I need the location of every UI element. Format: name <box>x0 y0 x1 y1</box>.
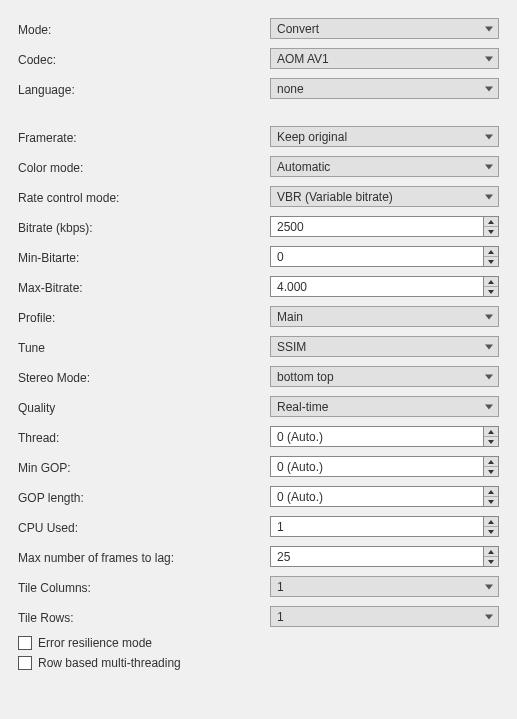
spinner-up-button[interactable] <box>484 517 498 527</box>
stereo-select[interactable]: bottom top <box>270 366 499 387</box>
quality-label: Quality <box>18 399 270 415</box>
caret-up-icon <box>488 250 494 254</box>
thread-value[interactable]: 0 (Auto.) <box>270 426 483 447</box>
spinner-down-button[interactable] <box>484 287 498 296</box>
caret-up-icon <box>488 550 494 554</box>
tune-select[interactable]: SSIM <box>270 336 499 357</box>
chevron-down-icon <box>485 56 493 61</box>
caret-down-icon <box>488 470 494 474</box>
goplen-label: GOP length: <box>18 489 270 505</box>
language-select[interactable]: none <box>270 78 499 99</box>
colormode-select[interactable]: Automatic <box>270 156 499 177</box>
goplen-value[interactable]: 0 (Auto.) <box>270 486 483 507</box>
tune-select-value: SSIM <box>277 340 306 354</box>
caret-up-icon <box>488 430 494 434</box>
maxbr-spinner[interactable]: 4.000 <box>270 276 499 297</box>
chevron-down-icon <box>485 584 493 589</box>
ratectrl-label: Rate control mode: <box>18 189 270 205</box>
mode-select-value: Convert <box>277 22 319 36</box>
colormode-label: Color mode: <box>18 159 270 175</box>
mode-label: Mode: <box>18 21 270 37</box>
profile-label: Profile: <box>18 309 270 325</box>
spinner-down-button[interactable] <box>484 527 498 536</box>
chevron-down-icon <box>485 26 493 31</box>
spinner-down-button[interactable] <box>484 227 498 236</box>
profile-select-value: Main <box>277 310 303 324</box>
chevron-down-icon <box>485 134 493 139</box>
language-select-value: none <box>277 82 304 96</box>
caret-up-icon <box>488 520 494 524</box>
spinner-down-button[interactable] <box>484 437 498 446</box>
caret-down-icon <box>488 500 494 504</box>
spinner-up-button[interactable] <box>484 457 498 467</box>
caret-up-icon <box>488 460 494 464</box>
bitrate-value[interactable]: 2500 <box>270 216 483 237</box>
caret-down-icon <box>488 560 494 564</box>
caret-up-icon <box>488 280 494 284</box>
language-label: Language: <box>18 81 270 97</box>
row-multithreading-checkbox[interactable] <box>18 656 32 670</box>
mingop-spinner[interactable]: 0 (Auto.) <box>270 456 499 477</box>
spinner-up-button[interactable] <box>484 277 498 287</box>
maxbr-value[interactable]: 4.000 <box>270 276 483 297</box>
stereo-select-value: bottom top <box>277 370 334 384</box>
tune-label: Tune <box>18 339 270 355</box>
spinner-down-button[interactable] <box>484 557 498 566</box>
tilerows-select[interactable]: 1 <box>270 606 499 627</box>
caret-down-icon <box>488 230 494 234</box>
chevron-down-icon <box>485 164 493 169</box>
spinner-up-button[interactable] <box>484 247 498 257</box>
quality-select[interactable]: Real-time <box>270 396 499 417</box>
thread-spinner[interactable]: 0 (Auto.) <box>270 426 499 447</box>
caret-down-icon <box>488 260 494 264</box>
minbr-label: Min-Bitarte: <box>18 249 270 265</box>
caret-down-icon <box>488 290 494 294</box>
minbr-spinner[interactable]: 0 <box>270 246 499 267</box>
minbr-value[interactable]: 0 <box>270 246 483 267</box>
bitrate-spinner[interactable]: 2500 <box>270 216 499 237</box>
quality-select-value: Real-time <box>277 400 328 414</box>
spinner-down-button[interactable] <box>484 257 498 266</box>
error-resilience-checkbox[interactable] <box>18 636 32 650</box>
chevron-down-icon <box>485 404 493 409</box>
lagframes-spinner[interactable]: 25 <box>270 546 499 567</box>
framerate-select[interactable]: Keep original <box>270 126 499 147</box>
mode-select[interactable]: Convert <box>270 18 499 39</box>
cpuused-value[interactable]: 1 <box>270 516 483 537</box>
error-resilience-label: Error resilience mode <box>38 636 152 650</box>
spinner-down-button[interactable] <box>484 497 498 506</box>
lagframes-label: Max number of frames to lag: <box>18 549 270 565</box>
caret-down-icon <box>488 440 494 444</box>
spinner-up-button[interactable] <box>484 487 498 497</box>
codec-select-value: AOM AV1 <box>277 52 329 66</box>
framerate-select-value: Keep original <box>277 130 347 144</box>
chevron-down-icon <box>485 374 493 379</box>
profile-select[interactable]: Main <box>270 306 499 327</box>
spinner-down-button[interactable] <box>484 467 498 476</box>
spinner-up-button[interactable] <box>484 427 498 437</box>
spinner-up-button[interactable] <box>484 547 498 557</box>
chevron-down-icon <box>485 614 493 619</box>
goplen-spinner[interactable]: 0 (Auto.) <box>270 486 499 507</box>
chevron-down-icon <box>485 314 493 319</box>
chevron-down-icon <box>485 86 493 91</box>
spinner-up-button[interactable] <box>484 217 498 227</box>
chevron-down-icon <box>485 344 493 349</box>
maxbr-label: Max-Bitrate: <box>18 279 270 295</box>
row-multithreading-label: Row based multi-threading <box>38 656 181 670</box>
caret-up-icon <box>488 490 494 494</box>
tilecols-select-value: 1 <box>277 580 284 594</box>
ratectrl-select[interactable]: VBR (Variable bitrate) <box>270 186 499 207</box>
lagframes-value[interactable]: 25 <box>270 546 483 567</box>
caret-down-icon <box>488 530 494 534</box>
mingop-value[interactable]: 0 (Auto.) <box>270 456 483 477</box>
cpuused-spinner[interactable]: 1 <box>270 516 499 537</box>
chevron-down-icon <box>485 194 493 199</box>
caret-up-icon <box>488 220 494 224</box>
codec-select[interactable]: AOM AV1 <box>270 48 499 69</box>
cpuused-label: CPU Used: <box>18 519 270 535</box>
tilecols-label: Tile Columns: <box>18 579 270 595</box>
tilecols-select[interactable]: 1 <box>270 576 499 597</box>
ratectrl-select-value: VBR (Variable bitrate) <box>277 190 393 204</box>
framerate-label: Framerate: <box>18 129 270 145</box>
